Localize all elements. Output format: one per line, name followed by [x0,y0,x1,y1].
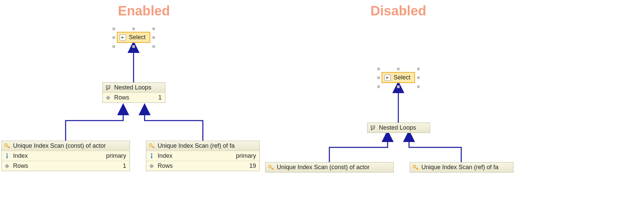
node-left-scan-enabled[interactable]: Unique Index Scan (const) of actor Index… [1,141,130,171]
row-value: primary [236,152,256,159]
node-header: Select [117,32,150,42]
node-row-index: Index primary [2,151,130,161]
selection-handle[interactable] [152,36,155,39]
selection-handle[interactable] [397,68,400,70]
svg-point-6 [149,144,152,146]
row-label: Index [158,152,172,159]
arrow-layer [0,0,644,207]
row-label: Index [13,152,28,159]
svg-point-4 [6,153,8,155]
node-label: Unique Index Scan (const) of actor [13,142,106,149]
node-header: Unique Index Scan (ref) of fa [146,141,259,151]
node-left-scan-disabled[interactable]: Unique Index Scan (const) of actor [265,162,394,172]
selection-handle[interactable] [417,85,420,88]
key-icon [267,164,274,171]
node-row-rows: Rows 1 [2,161,130,171]
selection-handle[interactable] [152,45,155,48]
arrow-left-icon [384,74,391,81]
row-label: Rows [114,94,129,101]
row-label: Rows [13,162,28,169]
key-icon [148,143,155,149]
node-right-scan-disabled[interactable]: Unique Index Scan (ref) of fa [410,162,513,172]
row-value: 1 [123,162,126,169]
title-enabled: Enabled [110,3,177,18]
node-right-scan-enabled[interactable]: Unique Index Scan (ref) of fa Index prim… [146,141,260,171]
diamond-icon [105,94,111,101]
node-nested-loops-disabled[interactable]: Nested Loops [367,123,430,133]
svg-point-3 [5,144,7,146]
selection-handle[interactable] [112,36,115,39]
selection-handle[interactable] [397,85,400,88]
selection-handle[interactable] [377,85,380,88]
row-label: Rows [158,162,173,169]
node-label: Select [129,34,146,41]
join-icon [370,125,376,131]
row-value: 1 [158,94,162,101]
diagram-canvas: Enabled Disabled Select [0,0,644,207]
join-icon [105,84,111,91]
selection-handle[interactable] [112,45,115,48]
svg-point-11 [413,165,416,168]
node-row-rows: Rows 19 [146,161,259,171]
node-header: Nested Loops [368,123,430,133]
svg-point-10 [268,165,271,168]
row-value: 19 [249,162,256,169]
node-nested-loops-enabled[interactable]: Nested Loops Rows 1 [102,82,165,103]
node-header: Select [382,73,414,82]
node-label: Unique Index Scan (const) of actor [277,164,370,171]
selection-handle[interactable] [152,27,155,30]
selection-handle[interactable] [417,76,420,79]
info-icon [4,153,10,159]
diamond-icon [4,163,10,169]
node-header: Unique Index Scan (ref) of fa [410,162,513,172]
diamond-icon [148,163,155,169]
node-header: Unique Index Scan (const) of actor [265,162,393,172]
node-header: Unique Index Scan (const) of actor [2,141,130,151]
node-row-index: Index primary [146,151,259,161]
selection-handle[interactable] [132,45,135,48]
node-label: Nested Loops [114,84,151,91]
key-icon [4,143,10,149]
selection-handle[interactable] [112,27,115,30]
info-icon [148,153,155,159]
node-label: Select [394,74,410,81]
key-icon [412,164,419,171]
svg-rect-8 [151,155,152,158]
title-disabled: Disabled [361,3,435,18]
svg-rect-5 [7,155,8,158]
node-header: Nested Loops [103,83,165,92]
node-select-enabled[interactable]: Select [117,32,150,43]
row-value: primary [106,152,126,159]
selection-handle[interactable] [377,68,380,70]
node-label: Unique Index Scan (ref) of fa [158,142,235,149]
selection-handle[interactable] [377,76,380,79]
selection-handle[interactable] [132,27,135,30]
node-label: Nested Loops [379,124,416,131]
selection-handle[interactable] [417,68,420,70]
node-label: Unique Index Scan (ref) of fa [421,164,498,171]
node-select-disabled[interactable]: Select [382,72,415,83]
arrow-left-icon [119,34,126,41]
svg-point-7 [151,153,152,155]
node-row-rows: Rows 1 [103,92,165,102]
